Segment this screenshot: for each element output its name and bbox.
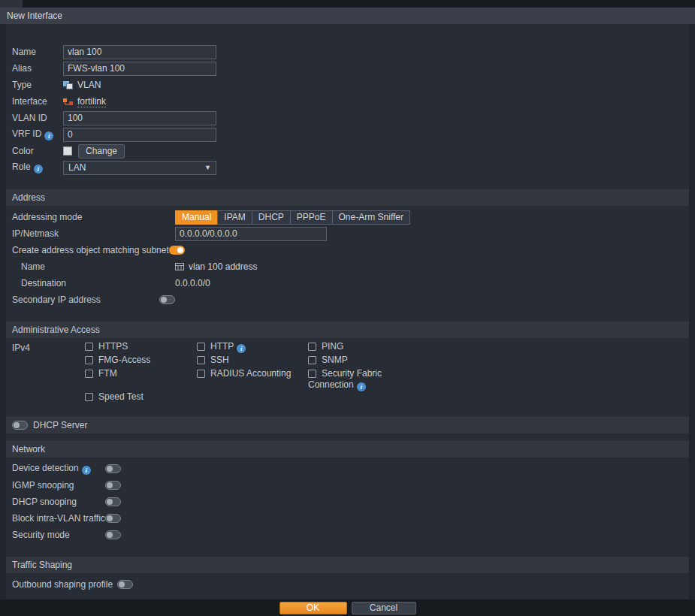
info-icon[interactable] bbox=[34, 165, 43, 174]
toggle-knob bbox=[107, 532, 113, 538]
block-intra-vlan-traffic-toggle[interactable] bbox=[105, 514, 121, 523]
ipv4-label: IPv4 bbox=[12, 341, 85, 405]
dhcp-server-toggle[interactable] bbox=[12, 421, 28, 430]
role-select[interactable]: LAN ▼ bbox=[63, 161, 216, 175]
checkbox-ping[interactable]: PING bbox=[308, 341, 443, 352]
interface-value-link[interactable]: fortilink bbox=[77, 96, 106, 107]
type-label: Type bbox=[12, 80, 63, 90]
checkbox-icon[interactable] bbox=[85, 393, 93, 401]
vlan-type-icon bbox=[63, 81, 73, 89]
ipv4-checkbox-grid: HTTPS HTTP PING FMG-Access SSH SNMP FTM … bbox=[85, 341, 443, 405]
section-header-traffic-shaping: Traffic Shaping bbox=[6, 557, 689, 573]
outbound-shaping-profile-row: Outbound shaping profile bbox=[6, 576, 689, 593]
checkbox-fmg-access[interactable]: FMG-Access bbox=[85, 355, 197, 366]
toggle-knob bbox=[107, 482, 113, 488]
dialog-title-bar: New Interface bbox=[0, 8, 695, 24]
checkbox-icon[interactable] bbox=[197, 370, 205, 378]
address-object-icon bbox=[175, 263, 184, 270]
vlan-id-label: VLAN ID bbox=[12, 113, 63, 123]
create-address-object-toggle[interactable] bbox=[169, 246, 185, 255]
ok-button[interactable]: OK bbox=[280, 602, 347, 614]
checkbox-ftm[interactable]: FTM bbox=[85, 368, 197, 379]
checkbox-icon[interactable] bbox=[308, 370, 316, 378]
checkbox-speed-test[interactable]: Speed Test bbox=[85, 391, 197, 403]
info-icon[interactable] bbox=[82, 466, 91, 475]
checkbox-snmp[interactable]: SNMP bbox=[308, 355, 443, 366]
section-header-network: Network bbox=[6, 441, 689, 457]
destination-value: 0.0.0.0/0 bbox=[175, 278, 210, 288]
vlan-id-row: VLAN ID bbox=[6, 110, 689, 126]
security-mode-row: Security mode bbox=[6, 527, 689, 543]
toggle-knob bbox=[161, 297, 167, 303]
toggle-knob bbox=[107, 499, 113, 505]
addressing-mode-option-ipam[interactable]: IPAM bbox=[217, 210, 252, 225]
secondary-ip-label: Secondary IP address bbox=[12, 294, 159, 305]
window-chrome bbox=[0, 0, 695, 8]
create-address-object-row: Create address object matching subnet bbox=[6, 242, 689, 258]
name-input[interactable] bbox=[63, 45, 216, 59]
type-value: VLAN bbox=[77, 80, 101, 90]
device-detection-row: Device detection bbox=[6, 460, 689, 477]
igmp-snooping-row: IGMP snooping bbox=[6, 477, 689, 494]
interface-row: Interface fortilink bbox=[6, 93, 689, 110]
secondary-ip-toggle[interactable] bbox=[159, 295, 175, 304]
ip-netmask-input[interactable] bbox=[175, 227, 327, 241]
checkbox-http[interactable]: HTTP bbox=[197, 341, 308, 353]
dhcp-snooping-toggle[interactable] bbox=[105, 497, 121, 506]
checkbox-ssh[interactable]: SSH bbox=[197, 355, 308, 366]
checkbox-icon[interactable] bbox=[197, 343, 205, 351]
role-label: Role bbox=[12, 162, 63, 174]
checkbox-icon[interactable] bbox=[85, 343, 93, 351]
outbound-shaping-profile-toggle[interactable] bbox=[117, 580, 133, 589]
section-header-address: Address bbox=[6, 189, 689, 206]
dhcp-server-label: DHCP Server bbox=[33, 420, 87, 430]
ip-netmask-row: IP/Netmask bbox=[6, 225, 689, 242]
vlan-id-input[interactable] bbox=[63, 111, 216, 125]
checkbox-icon[interactable] bbox=[308, 356, 316, 364]
vrf-id-row: VRF ID bbox=[6, 126, 689, 143]
checkbox-https[interactable]: HTTPS bbox=[85, 341, 197, 352]
checkbox-radius-accounting[interactable]: RADIUS Accounting bbox=[197, 368, 308, 379]
addressing-mode-row: Addressing mode Manual IPAM DHCP PPPoE O… bbox=[6, 209, 689, 225]
checkbox-icon[interactable] bbox=[197, 356, 205, 364]
addressing-mode-option-one-arm-sniffer[interactable]: One-Arm Sniffer bbox=[332, 210, 410, 225]
alias-label: Alias bbox=[12, 63, 63, 74]
addressing-mode-option-dhcp[interactable]: DHCP bbox=[252, 210, 291, 225]
section-header-admin-access: Administrative Access bbox=[6, 322, 689, 338]
info-icon[interactable] bbox=[44, 131, 53, 140]
checkbox-security-fabric-connection[interactable]: Security Fabric Connection bbox=[308, 368, 386, 391]
checkbox-icon[interactable] bbox=[308, 343, 316, 351]
toggle-knob bbox=[119, 581, 125, 587]
addressing-mode-option-pppoe[interactable]: PPPoE bbox=[290, 210, 333, 225]
secondary-ip-row: Secondary IP address bbox=[6, 291, 689, 308]
checkbox-icon[interactable] bbox=[85, 370, 93, 378]
fortilink-icon bbox=[63, 98, 73, 106]
cancel-button[interactable]: Cancel bbox=[352, 602, 416, 614]
toggle-knob bbox=[14, 422, 20, 428]
security-mode-toggle[interactable] bbox=[105, 530, 121, 539]
ipv4-access-block: IPv4 HTTPS HTTP PING FMG-Access SSH SNMP… bbox=[6, 341, 689, 405]
chrome-tab bbox=[0, 0, 23, 8]
dhcp-snooping-label: DHCP snooping bbox=[12, 497, 105, 507]
alias-row: Alias bbox=[6, 60, 689, 77]
color-label: Color bbox=[12, 146, 63, 156]
checkbox-icon[interactable] bbox=[85, 356, 93, 364]
addressing-mode-option-manual[interactable]: Manual bbox=[175, 210, 218, 225]
name-row: Name bbox=[6, 44, 689, 60]
color-swatch[interactable] bbox=[63, 146, 72, 156]
role-selected-value: LAN bbox=[68, 162, 86, 173]
toggle-knob bbox=[107, 466, 113, 472]
device-detection-toggle[interactable] bbox=[105, 464, 121, 473]
vrf-id-input[interactable] bbox=[63, 128, 216, 142]
toggle-knob bbox=[177, 247, 183, 253]
igmp-snooping-toggle[interactable] bbox=[105, 481, 121, 490]
role-row: Role LAN ▼ bbox=[6, 159, 689, 176]
security-mode-label: Security mode bbox=[12, 530, 105, 540]
destination-label: Destination bbox=[21, 278, 175, 288]
alias-input[interactable] bbox=[63, 62, 216, 76]
change-color-button[interactable]: Change bbox=[78, 144, 125, 159]
dhcp-snooping-row: DHCP snooping bbox=[6, 494, 689, 510]
info-icon[interactable] bbox=[237, 344, 246, 353]
addressing-mode-label: Addressing mode bbox=[12, 212, 175, 222]
info-icon[interactable] bbox=[357, 382, 366, 391]
